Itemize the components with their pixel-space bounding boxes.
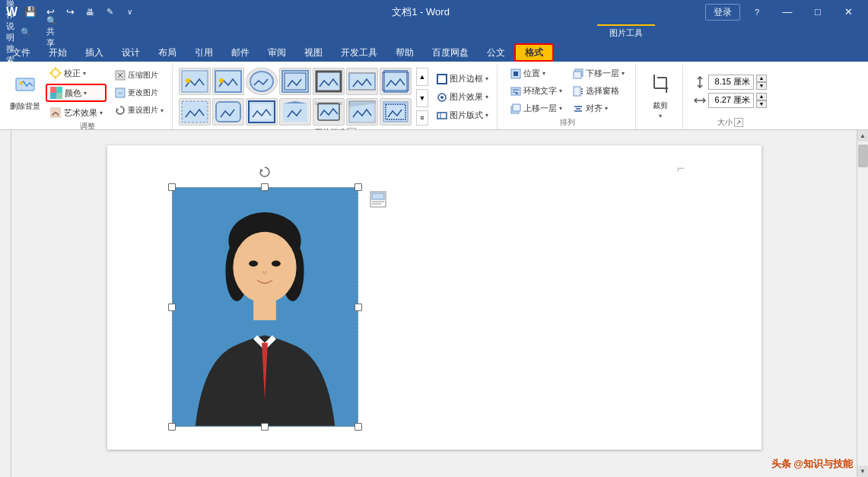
artistic-effects-button[interactable]: 艺术效果 ▾	[46, 104, 107, 121]
width-icon	[694, 94, 706, 107]
selection-pane-button[interactable]: 选择窗格	[569, 83, 628, 99]
print-icon[interactable]: 🖶	[83, 5, 97, 19]
minimize-button[interactable]: —	[774, 0, 801, 24]
tab-baidu[interactable]: 百度网盘	[423, 43, 478, 62]
qa-more-icon[interactable]: ∨	[122, 5, 136, 19]
bring-forward-button[interactable]: 上移一层 ▾	[507, 100, 566, 116]
effects-arrow: ▾	[485, 94, 488, 100]
picture-effects-button[interactable]: 图片效果 ▾	[433, 89, 492, 105]
tab-layout[interactable]: 布局	[149, 43, 186, 62]
style-item-6[interactable]	[346, 68, 378, 95]
height-up-button[interactable]: ▲	[756, 75, 767, 82]
style-item-5[interactable]	[313, 68, 345, 95]
tab-insert[interactable]: 插入	[76, 43, 113, 62]
help-button[interactable]: ?	[743, 0, 771, 24]
correction-button[interactable]: 校正 ▾	[46, 65, 107, 81]
reset-arrow: ▾	[161, 107, 164, 114]
handle-top-center[interactable]	[261, 183, 269, 191]
handle-bottom-center[interactable]	[261, 423, 269, 431]
style-item-1[interactable]	[179, 68, 211, 95]
remove-background-icon	[14, 74, 36, 100]
title-bar: W 💾 ↩ ↪ 🖶 ✎ ∨ 文档1 - Word 登录 ? — □ ✕	[0, 0, 868, 24]
handle-middle-left[interactable]	[168, 304, 176, 311]
send-backward-icon	[573, 68, 583, 79]
tab-references[interactable]: 引用	[186, 43, 222, 62]
arrange-group: 位置 ▾ 环绕文字 ▾ 上移一层 ▾ 下移一层 ▾	[499, 65, 636, 129]
scroll-down-button[interactable]: ▼	[857, 466, 869, 477]
tab-doc[interactable]: 公文	[478, 43, 514, 62]
pencil-icon[interactable]: ✎	[103, 5, 116, 19]
picture-layout-button[interactable]: 图片版式 ▾	[433, 107, 492, 123]
compress-pictures-button[interactable]: 压缩图片	[111, 68, 167, 83]
handle-top-left[interactable]	[168, 183, 176, 191]
svg-rect-34	[283, 103, 307, 122]
tab-home[interactable]: 开始	[40, 43, 76, 62]
scroll-up-button[interactable]: ▲	[857, 130, 869, 142]
style-item-10[interactable]	[246, 98, 278, 126]
width-input[interactable]	[708, 93, 754, 108]
close-button[interactable]: ✕	[835, 0, 862, 24]
style-item-11[interactable]	[279, 98, 311, 126]
layout-icon-near-image[interactable]	[370, 191, 386, 210]
svg-point-20	[219, 78, 224, 83]
height-down-button[interactable]: ▼	[756, 82, 767, 90]
tab-file[interactable]: 文件	[3, 43, 40, 62]
gallery-expand[interactable]: ≡	[416, 110, 428, 126]
crop-group: 裁剪 ▾	[637, 65, 683, 129]
color-label: 颜色	[65, 87, 81, 99]
size-expand-icon[interactable]: ↗	[734, 118, 743, 127]
rotate-handle[interactable]	[259, 166, 271, 178]
style-item-12[interactable]	[313, 98, 345, 126]
tab-design[interactable]: 设计	[113, 43, 149, 62]
selected-image[interactable]	[172, 187, 358, 427]
restore-button[interactable]: □	[804, 0, 831, 24]
reset-picture-button[interactable]: 重设图片 ▾	[111, 103, 167, 118]
gallery-scroll-up[interactable]: ▲	[416, 68, 428, 86]
align-button[interactable]: 对齐 ▾	[569, 100, 628, 116]
height-input[interactable]	[708, 75, 754, 90]
width-down-button[interactable]: ▼	[756, 100, 767, 108]
style-item-7[interactable]	[380, 68, 412, 95]
picture-border-button[interactable]: 图片边框 ▾	[433, 71, 492, 87]
style-item-2[interactable]	[212, 68, 244, 95]
color-button[interactable]: 颜色 ▾	[46, 84, 107, 102]
handle-bottom-right[interactable]	[355, 423, 362, 431]
tab-help[interactable]: 帮助	[386, 43, 423, 62]
redo-icon[interactable]: ↪	[63, 5, 77, 19]
position-button[interactable]: 位置 ▾	[507, 65, 566, 81]
handle-middle-right[interactable]	[355, 304, 362, 311]
handle-top-right[interactable]	[355, 183, 362, 191]
change-picture-button[interactable]: ↔ 更改图片	[111, 85, 167, 100]
style-item-14[interactable]	[380, 98, 412, 126]
width-up-button[interactable]: ▲	[756, 93, 767, 100]
document-page: ⌐	[107, 145, 761, 450]
remove-background-button[interactable]: 删除背景	[8, 70, 43, 116]
style-item-4[interactable]	[279, 68, 311, 95]
height-row: ▲ ▼	[694, 75, 767, 90]
tab-format[interactable]: 格式	[514, 43, 554, 62]
style-item-9[interactable]	[212, 98, 244, 126]
scroll-thumb[interactable]	[858, 145, 868, 167]
svg-rect-25	[349, 73, 375, 90]
compress-label: 压缩图片	[128, 70, 158, 81]
handle-bottom-left[interactable]	[168, 423, 176, 431]
crop-button[interactable]: 裁剪 ▾	[643, 74, 678, 119]
tab-devtools[interactable]: 开发工具	[332, 43, 386, 62]
svg-rect-28	[384, 71, 407, 92]
tab-view[interactable]: 视图	[295, 43, 332, 62]
position-icon	[510, 68, 521, 79]
style-item-13[interactable]	[346, 98, 378, 126]
svg-rect-37	[315, 102, 342, 105]
login-button[interactable]: 登录	[705, 4, 740, 21]
style-item-8[interactable]	[179, 98, 211, 126]
wrap-text-button[interactable]: 环绕文字 ▾	[507, 83, 566, 99]
arrange-group-content: 位置 ▾ 环绕文字 ▾ 上移一层 ▾ 下移一层 ▾	[507, 65, 628, 117]
selection-pane-label: 选择窗格	[586, 85, 619, 97]
style-item-3[interactable]	[246, 68, 278, 95]
send-backward-button[interactable]: 下移一层 ▾	[569, 65, 628, 81]
tab-review[interactable]: 审阅	[259, 43, 295, 62]
svg-rect-55	[574, 87, 580, 96]
tab-mail[interactable]: 邮件	[222, 43, 259, 62]
gallery-scroll-down[interactable]: ▼	[416, 89, 428, 107]
correction-icon	[49, 67, 62, 79]
